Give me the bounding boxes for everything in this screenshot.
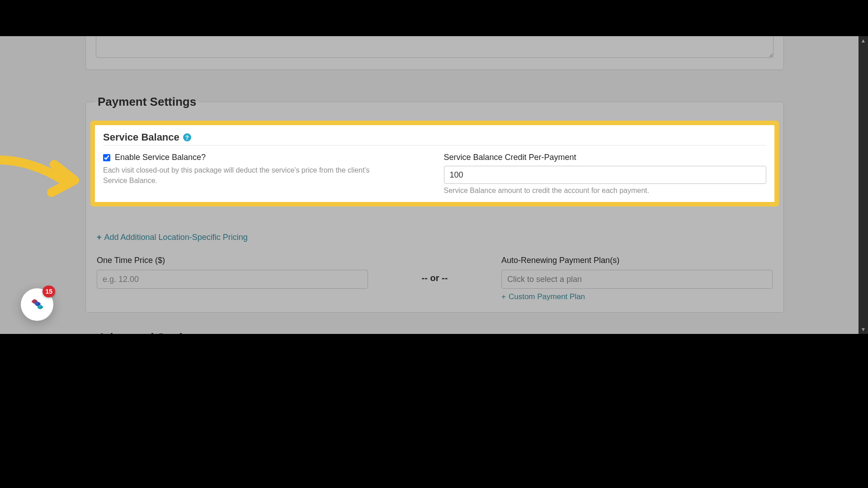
arrow-annotation-icon <box>0 155 90 219</box>
payment-settings-section: Payment Settings Service Balance ? Enabl… <box>85 95 784 313</box>
help-widget-button[interactable]: 15 <box>21 288 53 321</box>
help-widget-icon <box>27 295 47 314</box>
one-time-price-label: One Time Price ($) <box>97 256 368 265</box>
auto-plan-label: Auto-Renewing Payment Plan(s) <box>501 256 773 265</box>
letterbox-bottom <box>0 334 868 488</box>
custom-payment-plan-text: Custom Payment Plan <box>509 292 585 301</box>
payment-settings-legend: Payment Settings <box>95 95 199 109</box>
service-balance-card: Service Balance ? Enable Service Balance… <box>90 121 779 206</box>
enable-service-balance-text: Enable Service Balance? <box>115 153 206 162</box>
enable-service-balance-label[interactable]: Enable Service Balance? <box>103 153 426 162</box>
advanced-settings-legend: Advanced Settings <box>95 331 206 334</box>
letterbox-top <box>0 0 868 36</box>
add-location-pricing-link[interactable]: + Add Additional Location-Specific Prici… <box>97 233 248 242</box>
one-time-price-input[interactable] <box>97 270 368 289</box>
vertical-scrollbar[interactable]: ▲ ▼ <box>859 36 868 334</box>
auto-plan-placeholder: Click to select a plan <box>507 275 582 284</box>
credit-per-payment-label: Service Balance Credit Per-Payment <box>444 153 767 162</box>
add-location-pricing-text: Add Additional Location-Specific Pricing <box>104 233 248 242</box>
advanced-settings-section: Advanced Settings Expires in how many da… <box>85 331 784 334</box>
scroll-down-icon[interactable]: ▼ <box>859 325 868 334</box>
credit-per-payment-input[interactable] <box>444 166 767 184</box>
or-separator: -- or -- <box>368 256 501 283</box>
scroll-up-icon[interactable]: ▲ <box>859 36 868 45</box>
enable-service-balance-help: Each visit closed-out by this package wi… <box>103 165 392 186</box>
service-balance-title: Service Balance <box>103 131 179 143</box>
enable-service-balance-checkbox[interactable] <box>103 154 110 161</box>
page-viewport: Payment Settings Service Balance ? Enabl… <box>0 36 868 334</box>
help-widget-badge: 15 <box>42 286 55 297</box>
custom-payment-plan-link[interactable]: + Custom Payment Plan <box>501 292 585 301</box>
auto-plan-select[interactable]: Click to select a plan <box>501 270 773 289</box>
plus-icon: + <box>97 233 102 242</box>
plus-icon: + <box>501 292 506 301</box>
help-icon[interactable]: ? <box>183 133 191 141</box>
credit-per-payment-help: Service Balance amount to credit the acc… <box>444 187 767 195</box>
